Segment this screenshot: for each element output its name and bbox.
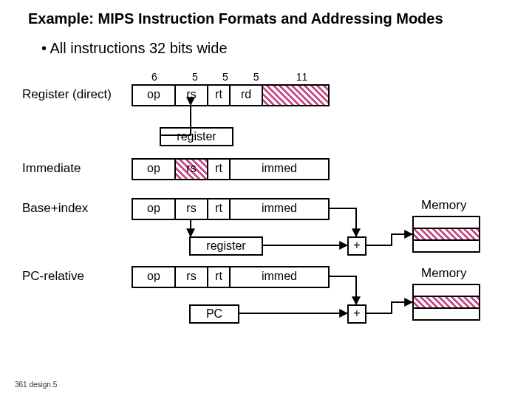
field-immed: immed bbox=[231, 200, 328, 219]
field-rs: rs bbox=[176, 160, 208, 179]
mode-register-direct: Register (direct) bbox=[22, 87, 112, 102]
adder-2: + bbox=[347, 304, 366, 324]
field-unused bbox=[263, 86, 328, 105]
bit-5a: 5 bbox=[179, 71, 211, 83]
field-rs: rs bbox=[176, 86, 208, 105]
bit-11: 11 bbox=[276, 71, 328, 83]
field-rt: rt bbox=[208, 160, 231, 179]
slide-title: Example: MIPS Instruction Formats and Ad… bbox=[28, 10, 443, 27]
memory-box-1 bbox=[412, 216, 480, 253]
memory-target-word-2 bbox=[414, 297, 479, 309]
bit-width-row: 6 5 5 5 11 bbox=[133, 71, 328, 83]
bit-6: 6 bbox=[133, 71, 176, 83]
field-op: op bbox=[133, 86, 176, 105]
memory-label-2: Memory bbox=[421, 266, 466, 281]
slide-footer: 361 design.5 bbox=[15, 381, 57, 389]
mode-pc-relative: PC-relative bbox=[22, 269, 84, 284]
memory-label-1: Memory bbox=[421, 198, 466, 213]
register-box-2: register bbox=[189, 236, 263, 256]
field-immed: immed bbox=[231, 267, 328, 287]
field-rt: rt bbox=[208, 267, 231, 287]
mode-immediate: Immediate bbox=[22, 161, 81, 176]
instr-base-index: op rs rt immed bbox=[132, 198, 330, 220]
instr-pc-relative: op rs rt immed bbox=[132, 266, 330, 288]
memory-target-word-1 bbox=[414, 229, 479, 241]
field-op: op bbox=[133, 160, 176, 179]
instr-immediate: op rs rt immed bbox=[132, 158, 330, 180]
register-box-1: register bbox=[160, 127, 233, 146]
bit-5c: 5 bbox=[239, 71, 273, 83]
field-rt: rt bbox=[208, 86, 231, 105]
memory-box-2 bbox=[412, 284, 480, 321]
mode-base-index: Base+index bbox=[22, 201, 88, 216]
field-rs: rs bbox=[176, 200, 208, 219]
field-rt: rt bbox=[208, 200, 231, 219]
field-op: op bbox=[133, 200, 176, 219]
field-immed: immed bbox=[231, 160, 328, 179]
field-rs: rs bbox=[176, 267, 208, 287]
pc-box: PC bbox=[189, 304, 239, 324]
bit-5b: 5 bbox=[214, 71, 236, 83]
adder-1: + bbox=[347, 236, 366, 256]
field-rd: rd bbox=[231, 86, 263, 105]
field-op: op bbox=[133, 267, 176, 287]
instr-register-direct: op rs rt rd bbox=[132, 84, 330, 106]
bullet-line: • All instructions 32 bits wide bbox=[41, 40, 228, 57]
